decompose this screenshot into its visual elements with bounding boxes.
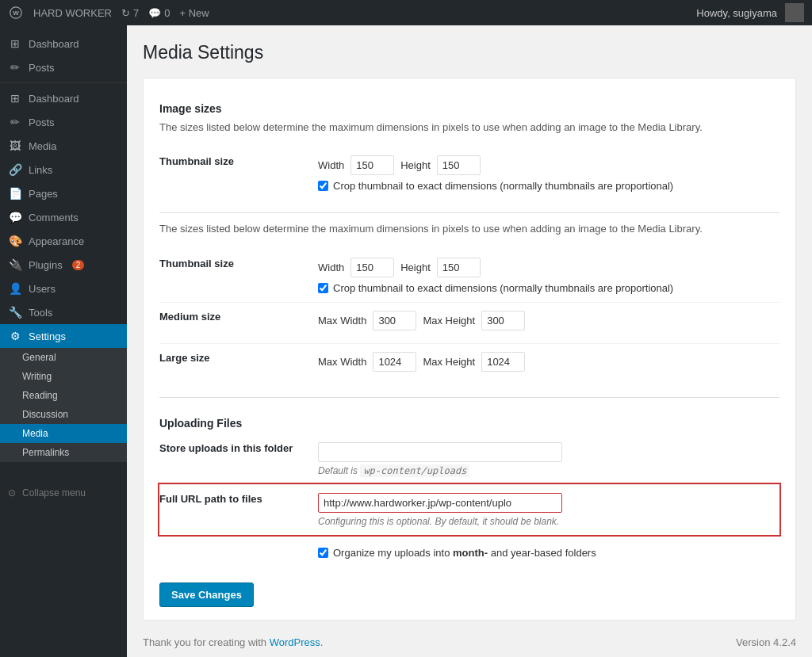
thumbnail-label: Thumbnail size — [159, 250, 318, 303]
plugins-icon: 🔌 — [8, 258, 22, 271]
tools-icon: 🔧 — [8, 306, 22, 319]
uploading-heading: Uploading Files — [159, 406, 779, 434]
settings-table-top: Thumbnail size Width Height Crop thumbna… — [159, 147, 779, 200]
sidebar-item-label: Links — [29, 164, 52, 176]
width-label: Width — [318, 262, 344, 273]
sidebar-item-media[interactable]: 🖼 Media — [0, 134, 127, 158]
sidebar-item-label: Media — [29, 140, 56, 152]
sidebar-item-dashboard[interactable]: ⊞ Dashboard — [0, 86, 127, 110]
large-label: Large size — [159, 343, 318, 384]
sidebar-item-label: Appearance — [29, 235, 84, 247]
height-label-top: Height — [400, 159, 431, 171]
thumbnail-width-input-top[interactable] — [350, 155, 394, 175]
comments-item[interactable]: 💬 0 — [148, 7, 170, 19]
dashboard-icon: ⊞ — [8, 37, 22, 50]
sidebar-item-label: Settings — [29, 330, 66, 342]
sidebar-item-comments[interactable]: 💬 Comments — [0, 205, 127, 229]
organize-label: Organize my uploads into month- and year… — [333, 547, 596, 559]
sidebar-item-label: Pages — [29, 188, 58, 200]
organize-row: Organize my uploads into month- and year… — [159, 535, 779, 567]
thumbnail-row: Thumbnail size Width Height Crop thumbna… — [159, 250, 779, 303]
large-maxw-label: Max Width — [318, 356, 366, 368]
footer-wordpress-link[interactable]: WordPress — [270, 636, 320, 648]
submenu-item-media[interactable]: Media — [0, 424, 127, 443]
thumbnail-width-input[interactable] — [350, 258, 394, 277]
footer-version: Version 4.2.4 — [736, 636, 796, 648]
submenu-item-reading[interactable]: Reading — [0, 386, 127, 405]
comments-icon: 💬 — [8, 211, 22, 223]
store-uploads-label: Store uploads in this folder — [159, 434, 318, 485]
media-icon: 🖼 — [8, 139, 22, 152]
refresh-icon: ↻ — [121, 7, 130, 19]
save-changes-button[interactable]: Save Changes — [159, 583, 254, 607]
submenu-label: General — [22, 352, 56, 363]
large-maxh-input[interactable] — [481, 352, 525, 372]
footer: Thank you for creating with WordPress. V… — [143, 621, 796, 656]
posts-icon2: ✏ — [8, 116, 22, 128]
submenu-item-discussion[interactable]: Discussion — [0, 405, 127, 424]
page-title: Media Settings — [143, 41, 796, 65]
sidebar-item-plugins[interactable]: 🔌 Plugins 2 — [0, 253, 127, 277]
settings-submenu: General Writing Reading Discussion Media… — [0, 348, 127, 462]
submenu-item-general[interactable]: General — [0, 348, 127, 367]
crop-checkbox[interactable] — [318, 283, 328, 293]
thumbnail-height-input-top[interactable] — [437, 155, 481, 175]
collapse-menu-button[interactable]: ⊙ Collapse menu — [0, 478, 127, 508]
sidebar-item-label: Tools — [29, 307, 52, 319]
default-path: wp-content/uploads — [360, 464, 469, 477]
wp-logo-icon[interactable]: W — [8, 5, 24, 21]
thumbnail-label-top: Thumbnail size — [159, 147, 318, 200]
large-maxw-input[interactable] — [373, 352, 416, 372]
sidebar-item-label: Dashboard — [29, 93, 79, 105]
links-icon: 🔗 — [8, 163, 22, 176]
updates-item[interactable]: ↻ 7 — [121, 7, 139, 19]
sidebar-item-pages[interactable]: 📄 Pages — [0, 181, 127, 205]
organize-checkbox[interactable] — [318, 548, 328, 558]
settings-icon: ⚙ — [8, 330, 22, 342]
users-icon: 👤 — [8, 282, 22, 295]
sidebar-item-links[interactable]: 🔗 Links — [0, 158, 127, 181]
medium-maxw-input[interactable] — [373, 311, 416, 330]
sidebar-item-label: Posts — [29, 117, 55, 128]
sidebar-item-label: Dashboard — [29, 38, 79, 50]
new-content-item[interactable]: + New — [179, 7, 209, 19]
sidebar-item-appearance[interactable]: 🎨 Appearance — [0, 229, 127, 253]
posts-icon: ✏ — [8, 61, 22, 74]
site-name[interactable]: HARD WORKER — [33, 7, 112, 19]
sidebar-item-label: Plugins — [29, 259, 63, 271]
submenu-item-permalinks[interactable]: Permalinks — [0, 443, 127, 462]
plugins-badge: 2 — [72, 260, 85, 270]
full-url-label: Full URL path to files — [159, 484, 318, 535]
full-url-input[interactable] — [318, 493, 562, 513]
store-uploads-hint: Default is wp-content/uploads — [318, 465, 779, 476]
collapse-icon: ⊙ — [8, 487, 16, 498]
crop-checkbox-top[interactable] — [318, 181, 328, 191]
image-sizes-desc2: The sizes listed below determine the max… — [159, 221, 779, 237]
crop-label-top: Crop thumbnail to exact dimensions (norm… — [333, 180, 673, 192]
thumbnail-row-top: Thumbnail size Width Height Crop thumbna… — [159, 147, 779, 200]
sidebar-item-settings[interactable]: ⚙ Settings — [0, 324, 127, 348]
medium-maxw-label: Max Width — [318, 315, 366, 327]
pages-icon: 📄 — [8, 187, 22, 200]
thumbnail-height-input[interactable] — [437, 258, 481, 277]
organize-fields: Organize my uploads into month- and year… — [318, 535, 779, 567]
sidebar-item-posts[interactable]: ✏ Posts — [0, 110, 127, 134]
comment-icon: 💬 — [148, 7, 161, 19]
medium-fields: Max Width Max Height — [318, 302, 779, 343]
submenu-label: Discussion — [22, 409, 68, 420]
submenu-item-writing[interactable]: Writing — [0, 367, 127, 386]
medium-maxh-input[interactable] — [481, 311, 525, 330]
avatar — [785, 3, 804, 22]
collapse-label: Collapse menu — [22, 487, 86, 498]
large-row: Large size Max Width Max Height — [159, 343, 779, 384]
submenu-label: Media — [22, 428, 48, 439]
large-fields: Max Width Max Height — [318, 343, 779, 384]
sidebar-item-posts-top[interactable]: ✏ Posts — [0, 55, 127, 79]
sidebar-item-dashboard-top[interactable]: ⊞ Dashboard — [0, 32, 127, 55]
store-uploads-row: Store uploads in this folder Default is … — [159, 434, 779, 485]
store-uploads-input[interactable] — [318, 442, 562, 462]
sidebar-item-users[interactable]: 👤 Users — [0, 277, 127, 300]
sidebar-item-label: Posts — [29, 62, 55, 74]
admin-bar: W HARD WORKER ↻ 7 💬 0 + New Howdy, sugiy… — [0, 0, 812, 25]
sidebar-item-tools[interactable]: 🔧 Tools — [0, 300, 127, 324]
